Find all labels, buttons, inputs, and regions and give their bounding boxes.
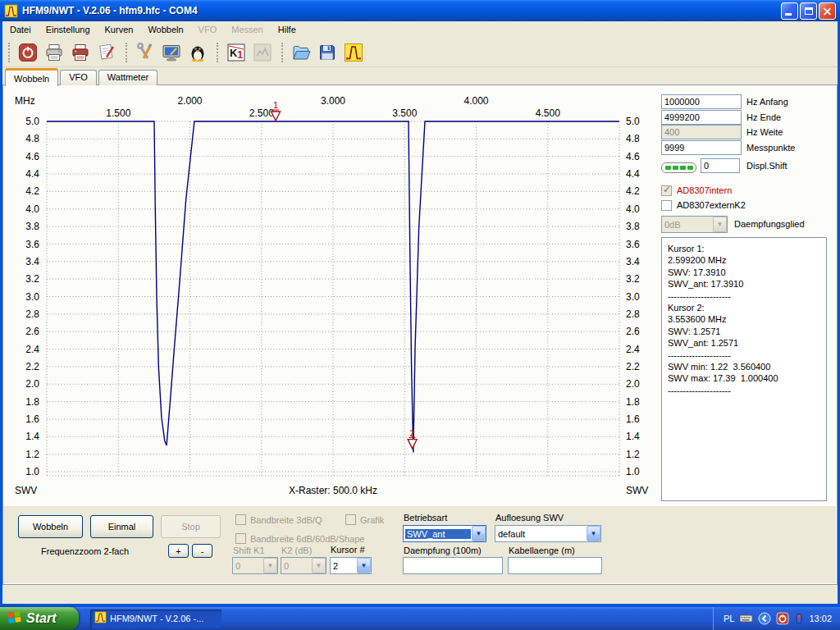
toolbar: K1 (2, 38, 838, 67)
language-indicator[interactable]: PL (724, 614, 734, 623)
svg-text:1.8: 1.8 (626, 396, 640, 408)
kabellaenge-input[interactable] (508, 557, 602, 574)
hide-icons-chevron-icon[interactable] (758, 612, 771, 625)
einmal-button[interactable]: Einmal (90, 515, 153, 538)
maximize-button[interactable] (800, 2, 817, 20)
sweep-field-row: Hz Weite (661, 125, 835, 139)
taskbar-item-hfm9[interactable]: HFM9/NWT - V.2.06 -... (90, 609, 221, 628)
windows-logo-icon (7, 609, 22, 628)
svg-text:2: 2 (410, 428, 415, 438)
svg-text:4.500: 4.500 (536, 107, 560, 119)
svg-text:5.0: 5.0 (626, 116, 640, 127)
hz-ende-input[interactable] (661, 110, 742, 125)
shift-k1-select[interactable]: 0 ▼ (232, 557, 278, 574)
start-label: Start (26, 611, 56, 626)
hz-anfang-input[interactable] (661, 94, 742, 109)
svg-text:2.0: 2.0 (626, 378, 640, 390)
svg-text:4.8: 4.8 (626, 133, 640, 144)
hz-weite-input[interactable] (661, 125, 742, 139)
betriebsart-label: Betriebsart (404, 513, 447, 523)
open-folder-icon[interactable] (290, 41, 313, 64)
menu-einstellung[interactable]: Einstellung (39, 22, 98, 37)
screen-setup-icon[interactable] (160, 41, 183, 64)
tab-vfo[interactable]: VFO (60, 70, 97, 85)
grafik-checkbox[interactable] (345, 514, 356, 525)
svg-text:2.4: 2.4 (626, 344, 640, 355)
svg-text:4.0: 4.0 (25, 203, 39, 215)
attenuator-select[interactable]: 0dB ▼ (661, 216, 728, 233)
svg-text:3.2: 3.2 (25, 273, 39, 285)
filter-curve-icon[interactable] (342, 41, 365, 64)
print-color-icon[interactable] (69, 41, 92, 64)
ad8307intern-checkbox[interactable]: ✓ (661, 185, 672, 196)
daempfung-label: Daempfung (100m) (404, 546, 482, 555)
close-button[interactable] (819, 2, 836, 20)
wobbeln-button[interactable]: Wobbeln (18, 515, 83, 538)
messpunkte-input[interactable] (661, 140, 742, 155)
svg-text:1: 1 (237, 48, 243, 61)
svg-text:1.6: 1.6 (25, 413, 39, 425)
bandbreite-6db-checkbox[interactable] (235, 533, 246, 544)
stop-button[interactable]: Stop (161, 515, 221, 538)
svg-text:2.000: 2.000 (177, 95, 202, 107)
displ-shift-progress (661, 162, 696, 173)
bandbreite-3db-checkbox[interactable] (235, 514, 246, 525)
menu-messen[interactable]: Messen (224, 22, 271, 37)
k2-db-select[interactable]: 0 ▼ (281, 557, 326, 574)
toolbar-grip (217, 43, 219, 62)
displ-shift-input[interactable] (701, 158, 740, 173)
ad8307externk2-checkbox[interactable] (661, 200, 672, 211)
freq-zoom-label: Frequenzzoom 2-fach (41, 546, 129, 556)
keyboard-icon[interactable] (739, 612, 753, 625)
penguin-icon[interactable] (186, 41, 209, 64)
menu-datei[interactable]: Datei (2, 22, 39, 37)
controls-bar: Wobbeln Einmal Stop Frequenzzoom 2-fach … (3, 506, 836, 583)
svg-text:2.500: 2.500 (249, 107, 274, 119)
menu-kurven[interactable]: Kurven (98, 22, 141, 37)
window-title: HFM9/NWT - V.2.06 - hfm9.hfc - COM4 (22, 5, 779, 16)
svg-text:2.4: 2.4 (25, 344, 39, 355)
menu-bar: DateiEinstellungKurvenWobbelnVFOMessenHi… (2, 21, 838, 38)
save-icon[interactable] (316, 41, 339, 64)
swv-chart: 5.05.04.84.84.64.64.44.44.24.24.04.03.83… (3, 85, 660, 505)
zoom-in-button[interactable]: + (168, 544, 189, 558)
kursor-number-label: Kursor # (331, 545, 365, 555)
svg-text:3.6: 3.6 (626, 239, 640, 250)
svg-text:4.8: 4.8 (25, 133, 39, 144)
menu-vfo[interactable]: VFO (191, 22, 225, 37)
svg-text:1: 1 (273, 100, 278, 110)
title-bar: HFM9/NWT - V.2.06 - hfm9.hfc - COM4 (0, 0, 840, 21)
tray-app-icon[interactable] (794, 612, 804, 625)
print-icon[interactable] (43, 41, 66, 64)
minimize-button[interactable] (781, 2, 798, 20)
bandbreite-3db-label: Bandbreite 3dB/Q (250, 515, 322, 525)
svg-text:MHz: MHz (15, 95, 35, 107)
shift-k1-label: Shift K1 (233, 546, 265, 555)
svg-text:2.0: 2.0 (25, 378, 39, 390)
chevron-down-icon: ▼ (472, 526, 486, 541)
betriebsart-select[interactable]: SWV_ant ▼ (403, 525, 486, 542)
svg-text:3.8: 3.8 (25, 221, 39, 232)
svg-text:1.4: 1.4 (626, 431, 640, 442)
aufloesung-swv-select[interactable]: default ▼ (495, 525, 601, 542)
edit-notes-icon[interactable] (95, 41, 118, 64)
chevron-down-icon: ▼ (312, 558, 326, 573)
k2-db-label: K2 (dB) (281, 546, 312, 555)
kabellaenge-label: Kabellaenge (m) (509, 546, 575, 555)
start-button[interactable]: Start (0, 607, 79, 630)
bandbreite-6db-label: Bandbreite 6dB/60dB/Shape (250, 534, 364, 544)
sweep-settings-panel: Hz AnfangHz EndeHz WeiteMesspunkte Displ… (658, 85, 838, 505)
zoom-out-button[interactable]: - (192, 544, 212, 558)
tab-wobbeln[interactable]: Wobbeln (5, 68, 58, 86)
menu-wobbeln[interactable]: Wobbeln (140, 22, 190, 37)
menu-hilfe[interactable]: Hilfe (271, 22, 304, 37)
svg-text:4.6: 4.6 (25, 151, 39, 162)
tray-power-icon[interactable] (776, 612, 789, 625)
daempfung-input[interactable] (403, 557, 503, 574)
kursor-number-select[interactable]: 2 ▼ (330, 557, 372, 574)
tab-wattmeter[interactable]: Wattmeter (98, 70, 158, 85)
tools-icon[interactable] (134, 41, 157, 64)
power-icon[interactable] (16, 41, 39, 64)
task-title: HFM9/NWT - V.2.06 -... (110, 614, 203, 623)
k1-calibration-icon[interactable]: K1 (225, 41, 248, 64)
